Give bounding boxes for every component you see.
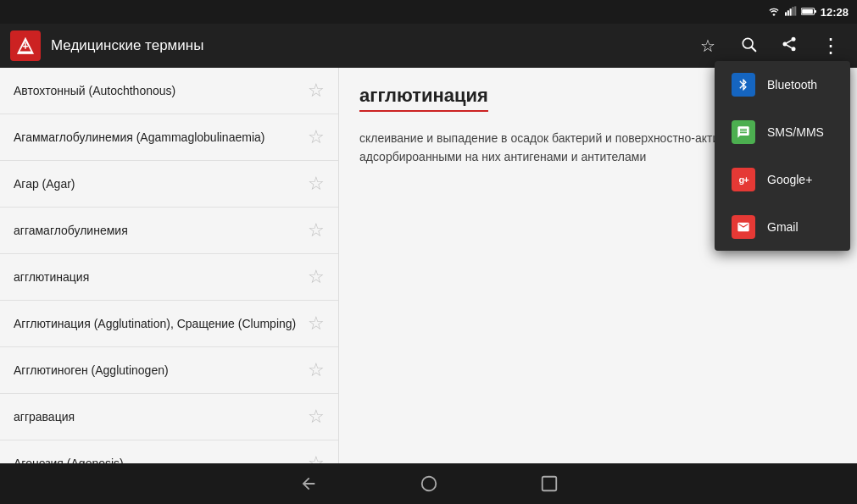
- share-button[interactable]: [772, 29, 806, 63]
- list-item-text: аггравация: [14, 409, 301, 424]
- favorite-star[interactable]: ☆: [308, 173, 325, 195]
- favorite-star[interactable]: ☆: [308, 80, 325, 102]
- nav-bar: [0, 463, 857, 504]
- svg-rect-1: [787, 10, 789, 15]
- list-item[interactable]: аггравация ☆: [0, 394, 338, 440]
- list-item-text: Агаммаглобулинемия (Agammaglobulinaemia): [14, 130, 301, 145]
- search-button[interactable]: [732, 29, 765, 63]
- svg-line-18: [787, 40, 792, 42]
- svg-point-15: [783, 42, 787, 46]
- search-icon: [740, 36, 757, 57]
- svg-rect-4: [794, 6, 796, 15]
- status-time: 12:28: [821, 6, 849, 19]
- svg-point-14: [792, 36, 796, 41]
- app-title: Медицинские термины: [51, 37, 681, 54]
- signal-icon: [785, 6, 797, 19]
- sms-label: SMS/MMS: [767, 125, 824, 139]
- bluetooth-icon: [732, 73, 755, 97]
- svg-rect-20: [542, 477, 556, 491]
- list-item-text: Автохтонный (Autochthonous): [14, 83, 301, 98]
- list-item[interactable]: Агар (Agar) ☆: [0, 161, 338, 208]
- favorite-star[interactable]: ☆: [308, 126, 325, 148]
- favorite-star[interactable]: ☆: [308, 313, 325, 335]
- menu-item-google[interactable]: g+ Google+: [715, 156, 850, 203]
- list-item-text: Агглютинация (Agglutination), Сращение (…: [14, 316, 301, 331]
- list-item[interactable]: Агаммаглобулинемия (Agammaglobulinaemia)…: [0, 114, 338, 161]
- share-icon: [781, 36, 798, 57]
- star-icon: ☆: [700, 36, 715, 56]
- menu-item-bluetooth[interactable]: Bluetooth: [715, 61, 850, 108]
- status-icons: 12:28: [767, 6, 849, 19]
- list-item-text: Агглютиноген (Agglutinogen): [14, 363, 301, 378]
- svg-point-19: [421, 477, 436, 491]
- svg-line-13: [752, 47, 756, 51]
- bluetooth-label: Bluetooth: [767, 78, 817, 91]
- home-button[interactable]: [420, 474, 438, 493]
- list-item[interactable]: Автохтонный (Autochthonous) ☆: [0, 68, 338, 114]
- google-icon: g+: [732, 168, 755, 191]
- list-item[interactable]: агглютинация ☆: [0, 254, 338, 301]
- svg-rect-3: [792, 7, 793, 16]
- detail-title: агглютинация: [359, 85, 488, 112]
- list-item-text: агглютинация: [14, 269, 301, 285]
- status-bar: 12:28: [0, 0, 857, 24]
- google-label: Google+: [767, 173, 812, 186]
- list-item[interactable]: аггамаглобулинемия ☆: [0, 208, 338, 254]
- menu-item-gmail[interactable]: Gmail: [715, 203, 850, 251]
- svg-rect-7: [802, 8, 813, 13]
- app-bar-actions: ☆ ⋮: [691, 29, 847, 63]
- list-item[interactable]: Агглютиноген (Agglutinogen) ☆: [0, 347, 338, 394]
- gmail-icon: [732, 215, 755, 239]
- svg-line-17: [787, 45, 792, 47]
- svg-rect-6: [815, 10, 816, 13]
- menu-item-sms[interactable]: SMS/MMS: [715, 108, 850, 156]
- dropdown-menu: Bluetooth SMS/MMS g+ Google+ Gmail: [715, 61, 850, 251]
- gmail-label: Gmail: [767, 220, 799, 234]
- svg-point-16: [792, 47, 796, 51]
- wifi-icon: [767, 6, 781, 19]
- star-button[interactable]: ☆: [691, 29, 725, 63]
- list-item[interactable]: Агенезия (Agenesis) ☆: [0, 440, 338, 463]
- svg-rect-0: [785, 12, 787, 15]
- list-item-text: Агар (Agar): [14, 176, 301, 191]
- more-button[interactable]: ⋮: [813, 29, 847, 63]
- favorite-star[interactable]: ☆: [308, 219, 325, 241]
- battery-icon: [801, 6, 816, 19]
- list-item-text: аггамаглобулинемия: [14, 223, 301, 238]
- favorite-star[interactable]: ☆: [308, 406, 325, 428]
- back-button[interactable]: [299, 474, 318, 493]
- list-item[interactable]: Агглютинация (Agglutination), Сращение (…: [0, 301, 338, 347]
- favorite-star[interactable]: ☆: [308, 266, 325, 288]
- list-panel: Автохтонный (Autochthonous) ☆ Агаммаглоб…: [0, 68, 339, 463]
- app-logo: [10, 30, 41, 61]
- list-item-text: Агенезия (Agenesis): [14, 456, 301, 463]
- favorite-star[interactable]: ☆: [308, 359, 325, 381]
- more-icon: ⋮: [821, 36, 839, 56]
- sms-icon: [732, 120, 755, 144]
- svg-rect-2: [789, 8, 791, 15]
- recent-button[interactable]: [540, 474, 559, 493]
- favorite-star[interactable]: ☆: [308, 452, 325, 463]
